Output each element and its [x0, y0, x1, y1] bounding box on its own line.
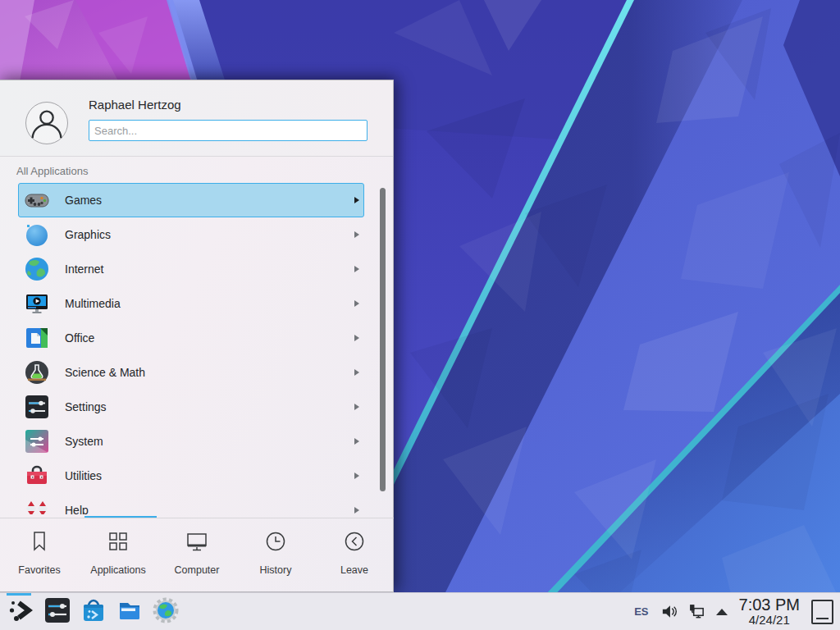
submenu-arrow-icon	[354, 300, 359, 307]
tab-applications[interactable]: Applications	[79, 518, 158, 592]
category-label: Settings	[65, 400, 107, 413]
file-manager-icon	[116, 596, 144, 628]
web-browser-button[interactable]	[148, 593, 184, 630]
list-item-settings[interactable]: Settings	[18, 390, 364, 424]
settings-icon	[24, 394, 50, 420]
list-item-graphics[interactable]: Graphics	[18, 217, 364, 252]
system-settings-icon	[43, 596, 71, 628]
file-manager-button[interactable]	[112, 593, 148, 630]
category-label: Multimedia	[65, 297, 121, 310]
tab-leave[interactable]: Leave	[315, 518, 394, 592]
graphics-icon	[24, 221, 50, 248]
category-label: Internet	[65, 262, 103, 276]
monitor-icon	[185, 529, 209, 557]
help-icon	[24, 497, 50, 514]
submenu-arrow-icon	[354, 197, 359, 203]
taskbar-launchers	[0, 593, 184, 630]
system-icon	[24, 428, 50, 454]
show-desktop-button[interactable]	[811, 600, 833, 624]
desktop: Raphael Hertzog All Applications	[0, 0, 840, 630]
leave-icon	[342, 529, 367, 557]
expand-tray-icon[interactable]	[716, 609, 728, 615]
multimedia-icon	[24, 290, 50, 317]
application-launcher-button[interactable]	[3, 593, 39, 630]
application-launcher-popup: Raphael Hertzog All Applications	[0, 80, 394, 592]
tab-history[interactable]: History	[236, 518, 315, 592]
tab-label: Leave	[340, 564, 368, 576]
submenu-arrow-icon	[354, 369, 359, 376]
app-grid-icon	[106, 529, 130, 557]
submenu-arrow-icon	[354, 231, 359, 238]
submenu-arrow-icon	[354, 404, 359, 410]
section-label: All Applications	[16, 165, 88, 177]
list-item-system[interactable]: System	[18, 424, 364, 459]
clock-time: 7:03 PM	[739, 596, 800, 614]
tab-label: Computer	[175, 564, 220, 576]
submenu-arrow-icon	[354, 472, 359, 479]
category-label: Graphics	[65, 228, 111, 241]
application-category-list: Games Graphics	[0, 183, 394, 514]
tab-label: Applications	[90, 564, 145, 576]
category-label: Office	[65, 331, 94, 345]
category-label: System	[65, 435, 103, 448]
launcher-header: Raphael Hertzog	[0, 80, 393, 157]
submenu-arrow-icon	[354, 266, 359, 272]
submenu-arrow-icon	[354, 335, 359, 341]
volume-icon[interactable]	[660, 603, 678, 620]
list-item-help[interactable]: Help	[18, 493, 364, 514]
category-label: Games	[65, 194, 102, 207]
games-icon	[24, 187, 50, 213]
list-item-office[interactable]: Office	[18, 321, 364, 355]
clock-date: 4/24/21	[739, 614, 800, 627]
tab-label: History	[260, 564, 292, 576]
taskbar: ES 7:03 PM 4/24/21	[0, 592, 840, 630]
category-label: Science & Math	[65, 366, 145, 379]
list-scrollbar[interactable]	[380, 188, 386, 491]
network-icon[interactable]	[688, 603, 705, 620]
internet-icon	[24, 256, 50, 282]
submenu-arrow-icon	[354, 507, 359, 514]
user-name: Raphael Hertzog	[89, 98, 181, 112]
active-task-indicator	[7, 593, 31, 596]
office-icon	[24, 325, 50, 351]
system-settings-button[interactable]	[39, 593, 75, 630]
science-icon	[24, 359, 50, 386]
search-input[interactable]	[89, 120, 368, 141]
user-avatar[interactable]	[25, 102, 68, 144]
category-label: Help	[65, 504, 89, 514]
tab-computer[interactable]: Computer	[158, 518, 236, 592]
tab-favorites[interactable]: Favorites	[0, 518, 79, 592]
clock-icon	[263, 529, 288, 557]
discover-icon	[80, 596, 107, 628]
digital-clock[interactable]: 7:03 PM 4/24/21	[739, 596, 800, 626]
list-item-games[interactable]: Games	[18, 183, 364, 217]
application-launcher-icon	[7, 596, 35, 628]
list-item-multimedia[interactable]: Multimedia	[18, 286, 364, 321]
category-label: Utilities	[65, 469, 102, 482]
list-item-utilities[interactable]: Utilities	[18, 459, 364, 493]
list-item-science[interactable]: Science & Math	[18, 355, 364, 390]
keyboard-layout-indicator[interactable]: ES	[634, 605, 648, 618]
list-item-internet[interactable]: Internet	[18, 252, 364, 286]
bookmark-icon	[27, 529, 52, 557]
web-browser-icon	[152, 596, 180, 628]
submenu-arrow-icon	[354, 438, 359, 445]
launcher-tab-bar: Favorites Applications	[0, 518, 394, 592]
utilities-icon	[24, 463, 50, 489]
discover-button[interactable]	[75, 593, 112, 630]
tab-label: Favorites	[18, 564, 60, 576]
system-tray: ES 7:03 PM 4/24/21	[634, 593, 840, 630]
